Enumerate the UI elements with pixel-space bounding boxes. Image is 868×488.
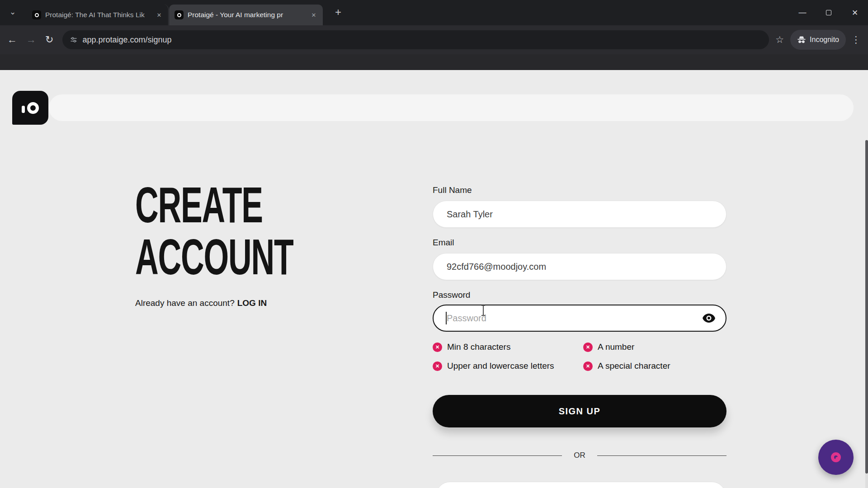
- page-title-line2: ACCOUNT: [135, 231, 293, 283]
- password-field[interactable]: [433, 305, 726, 332]
- bookmark-star-icon[interactable]: ☆: [775, 34, 784, 45]
- url-text: app.protaige.com/signup: [82, 35, 171, 45]
- site-settings-icon[interactable]: [70, 36, 78, 44]
- forward-icon[interactable]: →: [26, 34, 36, 46]
- chat-widget-fab[interactable]: [818, 440, 854, 475]
- incognito-label: Incognito: [810, 36, 839, 44]
- password-label: Password: [433, 290, 470, 300]
- logo-ring: [27, 102, 39, 114]
- page-title-line1: CREATE: [135, 179, 293, 231]
- browser-tab-inactive[interactable]: Protaigé: The AI That Thinks Lik ✕: [27, 5, 169, 25]
- text-caret: [446, 312, 447, 324]
- protaige-favicon-icon: [32, 10, 41, 19]
- requirement-min-8: ✕ Min 8 characters: [433, 342, 583, 352]
- text-cursor: [480, 305, 486, 316]
- password-field-wrap: [433, 305, 726, 332]
- site-header-bar: [49, 94, 854, 121]
- page-scrollbar[interactable]: [865, 140, 868, 488]
- requirement-case: ✕ Upper and lowercase letters: [433, 361, 583, 371]
- or-divider: OR: [433, 451, 726, 460]
- cross-circle-icon: ✕: [433, 343, 442, 352]
- tab-title: Protaigé: The AI That Thinks Lik: [45, 11, 152, 19]
- divider-line: [597, 455, 726, 456]
- maximize-button[interactable]: [816, 0, 842, 25]
- browser-tab-strip: ⌄ Protaigé: The AI That Thinks Lik ✕ Pro…: [0, 0, 868, 25]
- tab-search-chevron-icon[interactable]: ⌄: [6, 6, 19, 19]
- protaige-logo[interactable]: [12, 91, 48, 125]
- scrollbar-thumb[interactable]: [865, 140, 868, 474]
- protaige-favicon-icon: [175, 10, 184, 19]
- url-bar[interactable]: app.protaige.com/signup: [62, 30, 769, 49]
- social-signup-button-partial[interactable]: [436, 482, 726, 488]
- requirement-label: A number: [598, 342, 634, 352]
- password-requirements: ✕ Min 8 characters ✕ A number ✕ Upper an…: [433, 342, 740, 371]
- incognito-icon: [797, 36, 806, 44]
- minimize-button[interactable]: —: [789, 0, 816, 25]
- signup-page: CREATE ACCOUNT Already have an account?L…: [0, 70, 868, 488]
- or-label: OR: [574, 451, 585, 460]
- incognito-badge: Incognito: [790, 30, 846, 50]
- requirement-special: ✕ A special character: [583, 361, 740, 371]
- login-link[interactable]: LOG IN: [237, 298, 267, 308]
- logo-bar: [22, 106, 25, 113]
- cross-circle-icon: ✕: [583, 361, 593, 371]
- back-icon[interactable]: ←: [7, 34, 17, 46]
- tab-close-icon[interactable]: ✕: [155, 12, 164, 19]
- login-prompt: Already have an account?LOG IN: [135, 298, 267, 308]
- page-title: CREATE ACCOUNT: [135, 179, 293, 283]
- close-window-button[interactable]: ✕: [842, 0, 868, 25]
- requirement-label: Upper and lowercase letters: [447, 361, 554, 371]
- browser-menu-icon[interactable]: ⋮: [851, 34, 861, 45]
- reload-icon[interactable]: ↻: [45, 34, 53, 46]
- login-prompt-text: Already have an account?: [135, 298, 235, 308]
- requirement-label: Min 8 characters: [447, 342, 510, 352]
- cross-circle-icon: ✕: [583, 343, 593, 352]
- new-tab-button[interactable]: +: [331, 6, 345, 19]
- divider-line: [433, 455, 562, 456]
- email-label: Email: [433, 238, 454, 248]
- browser-navbar: ← → ↻ app.protaige.com/signup ☆ Incognit…: [0, 25, 868, 54]
- page-top-dark-strip: [0, 54, 868, 70]
- browser-tab-active[interactable]: Protaigé - Your AI marketing pr ✕: [169, 5, 323, 25]
- full-name-label: Full Name: [433, 185, 472, 195]
- window-controls: — ✕: [789, 0, 868, 25]
- maximize-icon: [826, 10, 831, 15]
- cross-circle-icon: ✕: [433, 361, 442, 371]
- tab-title: Protaigé - Your AI marketing pr: [188, 11, 307, 19]
- full-name-field[interactable]: [433, 201, 726, 228]
- sign-up-button[interactable]: SIGN UP: [433, 395, 726, 427]
- tab-close-icon[interactable]: ✕: [309, 12, 318, 19]
- show-password-eye-icon[interactable]: [702, 313, 716, 323]
- email-field[interactable]: [433, 253, 726, 280]
- requirement-number: ✕ A number: [583, 342, 740, 352]
- requirement-label: A special character: [598, 361, 670, 371]
- chat-fab-logo-icon: [831, 452, 841, 462]
